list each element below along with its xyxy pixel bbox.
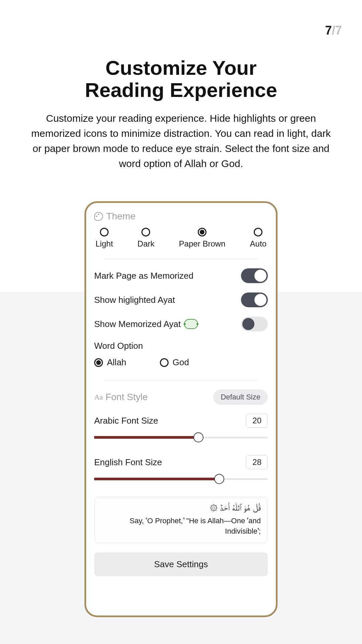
theme-section-header: Theme (94, 211, 268, 222)
toggle-show-highlighted[interactable] (241, 292, 268, 307)
radio-icon (141, 228, 150, 236)
theme-option-light[interactable]: Light (96, 228, 113, 249)
page-current: 7 (325, 23, 332, 37)
phone-frame: Theme Light Dark Paper Brown Auto Mark P… (84, 201, 278, 617)
word-option-label: Word Option (94, 341, 268, 351)
theme-label-paper-brown: Paper Brown (179, 239, 226, 249)
theme-option-auto[interactable]: Auto (250, 228, 266, 249)
toggle-label-show-memorized: Show Memorized Ayat (94, 319, 198, 329)
word-option-allah-label: Allah (107, 357, 126, 368)
divider (104, 380, 258, 381)
toggle-knob (254, 270, 266, 282)
toggle-knob (242, 318, 254, 330)
preview-arabic-text: قُلْ هُوَ ٱللَّهُ أَحَدٌ ۞ (101, 503, 261, 513)
toggle-knob (254, 294, 266, 306)
english-font-size-slider[interactable] (94, 474, 268, 484)
font-style-section-header: Aa Font Style (94, 392, 148, 402)
theme-option-paper-brown[interactable]: Paper Brown (179, 228, 226, 249)
theme-options-row: Light Dark Paper Brown Auto (94, 228, 268, 249)
toggle-label-text: Show Memorized Ayat (94, 319, 181, 329)
theme-label-dark: Dark (137, 239, 155, 249)
toggle-row-mark-memorized: Mark Page as Memorized (94, 268, 268, 283)
page-separator: / (332, 23, 335, 37)
toggle-label-show-highlighted: Show higlighted Ayat (94, 295, 175, 305)
theme-label-light: Light (96, 239, 113, 249)
theme-label-auto: Auto (250, 239, 266, 249)
arabic-font-size-label: Arabic Font Size (94, 416, 158, 426)
arabic-font-size-slider[interactable] (94, 432, 268, 442)
radio-icon-selected (198, 228, 206, 236)
toggle-show-memorized[interactable] (241, 317, 268, 331)
radio-icon (160, 358, 169, 367)
palette-icon (94, 212, 103, 221)
english-font-size-value[interactable]: 28 (246, 455, 268, 469)
page-title: Customize Your Reading Experience (0, 57, 362, 101)
default-size-button[interactable]: Default Size (213, 389, 268, 405)
font-style-header-row: Aa Font Style Default Size (94, 389, 268, 405)
memorized-badge-icon (184, 319, 198, 329)
arabic-font-size-row: Arabic Font Size 20 (94, 414, 268, 428)
word-option-god-label: God (173, 357, 189, 368)
title-line-2: Reading Experience (85, 79, 277, 101)
word-option-row: Allah God (94, 357, 268, 368)
radio-icon (100, 228, 109, 236)
radio-icon-selected (94, 358, 103, 367)
english-font-size-label: English Font Size (94, 457, 162, 468)
slider-fill (94, 436, 198, 439)
toggle-mark-memorized[interactable] (241, 268, 268, 283)
page-total: 7 (335, 23, 342, 37)
divider (104, 259, 258, 260)
font-aa-icon: Aa (94, 393, 103, 401)
theme-section-label: Theme (106, 211, 135, 222)
page-description: Customize your reading experience. Hide … (30, 111, 332, 171)
preview-box: قُلْ هُوَ ٱللَّهُ أَحَدٌ ۞ Say, ˹O Proph… (94, 497, 268, 543)
title-line-1: Customize Your (105, 57, 256, 79)
page-counter: 7/7 (325, 23, 342, 38)
slider-thumb[interactable] (214, 474, 224, 484)
slider-thumb[interactable] (193, 432, 203, 442)
save-settings-button[interactable]: Save Settings (94, 552, 268, 576)
toggle-row-show-highlighted: Show higlighted Ayat (94, 292, 268, 307)
preview-english-text: Say, ˹O Prophet,˺ "He is Allah—One ˹and … (101, 516, 261, 537)
theme-option-dark[interactable]: Dark (137, 228, 155, 249)
english-font-size-row: English Font Size 28 (94, 455, 268, 469)
radio-icon (254, 228, 262, 236)
toggle-label-mark-memorized: Mark Page as Memorized (94, 271, 193, 281)
slider-fill (94, 478, 219, 480)
word-option-god[interactable]: God (160, 357, 189, 368)
toggle-row-show-memorized: Show Memorized Ayat (94, 317, 268, 331)
font-style-label: Font Style (106, 392, 148, 402)
arabic-font-size-value[interactable]: 20 (246, 414, 268, 428)
word-option-allah[interactable]: Allah (94, 357, 126, 368)
